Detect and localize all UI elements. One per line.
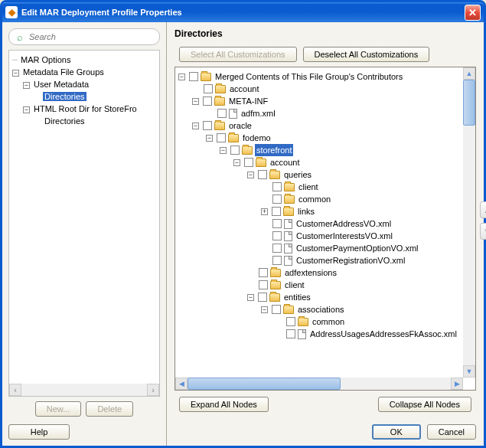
checkbox[interactable] [272, 195, 282, 204]
tree-queries[interactable]: queries [282, 168, 313, 181]
expander-icon[interactable]: − [178, 74, 185, 80]
tree-client[interactable]: client [297, 181, 320, 193]
tree-cust-reg[interactable]: CustomerRegistrationVO.xml [295, 254, 406, 267]
checkbox[interactable] [203, 96, 212, 106]
checkbox[interactable] [259, 268, 268, 277]
scroll-up-icon[interactable]: ▲ [463, 67, 475, 80]
tree-associations[interactable]: associations [296, 303, 346, 316]
scroll-track[interactable] [463, 126, 475, 365]
delete-button[interactable]: Delete [86, 401, 133, 417]
expander-icon[interactable]: − [12, 70, 19, 77]
navigator-tree[interactable]: ┈ MAR Options −Metadata File Groups −Use… [8, 50, 160, 397]
nav-html-root[interactable]: HTML Root Dir for StoreFro [32, 104, 139, 113]
nav-directories-2[interactable]: Directories [43, 116, 86, 126]
close-button[interactable]: ✕ [465, 5, 481, 21]
nav-metadata-file-groups[interactable]: Metadata File Groups [21, 67, 106, 77]
tree-cust-pay[interactable]: CustomerPaymentOptionVO.xml [295, 242, 420, 254]
folder-icon [214, 122, 225, 130]
file-icon [284, 231, 292, 241]
collapse-all-button[interactable]: Collapse All Nodes [378, 397, 471, 412]
tree-cust-int[interactable]: CustomerInterestsVO.xml [295, 230, 394, 242]
horizontal-scrollbar[interactable]: ‹ › [9, 384, 159, 396]
tree-meta-inf[interactable]: META-INF [227, 95, 269, 107]
checkbox[interactable] [272, 305, 281, 314]
new-button[interactable]: New... [35, 401, 82, 417]
checkbox[interactable] [272, 207, 281, 216]
expander-icon[interactable]: − [233, 159, 240, 166]
search-box[interactable]: ⌕ [8, 28, 160, 45]
expand-all-button[interactable]: Expand All Nodes [179, 397, 269, 412]
checkbox[interactable] [286, 329, 295, 338]
checkbox[interactable] [272, 182, 282, 191]
tree-adfm-xml[interactable]: adfm.xml [240, 107, 277, 119]
checkbox[interactable] [272, 244, 282, 253]
tree-common[interactable]: common [297, 193, 332, 205]
tree-oracle[interactable]: oracle [227, 119, 253, 132]
checkbox[interactable] [217, 133, 226, 142]
checkbox[interactable] [217, 109, 227, 118]
scroll-track[interactable] [21, 384, 147, 396]
checkbox[interactable] [189, 72, 198, 81]
checkbox[interactable] [259, 280, 268, 289]
tree-root[interactable]: Merged Contents of This File Group's Con… [214, 70, 404, 83]
expander-icon[interactable]: − [192, 98, 199, 105]
scroll-right-icon[interactable]: ▶ [451, 378, 463, 390]
select-all-customizations-button[interactable]: Select All Customizations [179, 47, 297, 62]
tree-client2[interactable]: client [283, 279, 306, 291]
scroll-left-icon[interactable]: ‹ [9, 384, 21, 396]
checkbox[interactable] [204, 84, 213, 93]
tree-links[interactable]: links [296, 205, 316, 217]
app-icon: ◆ [5, 6, 18, 18]
help-button[interactable]: Help [8, 424, 70, 440]
expander-icon[interactable]: − [247, 294, 254, 301]
scroll-right-icon[interactable]: › [147, 384, 159, 396]
expander-icon[interactable]: − [220, 147, 227, 154]
scroll-left-icon[interactable]: ◀ [175, 378, 188, 390]
scroll-track[interactable] [341, 378, 451, 390]
folder-icon [214, 97, 225, 106]
expander-icon[interactable]: − [23, 106, 30, 113]
cancel-button[interactable]: Cancel [427, 424, 476, 440]
horizontal-scrollbar[interactable]: ◀ ▶ [175, 378, 463, 390]
vertical-scrollbar[interactable]: ▲ ▼ [463, 67, 475, 378]
search-icon: ⌕ [14, 31, 26, 43]
directories-tree[interactable]: −Merged Contents of This File Group's Co… [175, 67, 476, 391]
checkbox[interactable] [286, 317, 295, 326]
nav-directories[interactable]: Directories [43, 92, 86, 101]
folder-icon [269, 293, 280, 302]
tree-account[interactable]: account [228, 83, 261, 95]
expander-icon[interactable]: + [261, 208, 268, 215]
nav-user-metadata[interactable]: User Metadata [32, 80, 90, 89]
tree-account2[interactable]: account [269, 156, 302, 168]
checkbox[interactable] [258, 293, 267, 302]
tree-fodemo[interactable]: fodemo [241, 132, 272, 144]
checkbox[interactable] [272, 231, 282, 240]
expander-icon[interactable]: − [247, 172, 254, 178]
nav-mar-options[interactable]: MAR Options [19, 55, 72, 64]
checkbox[interactable] [272, 219, 282, 228]
folder-icon [284, 195, 295, 204]
checkbox[interactable] [258, 170, 267, 179]
expander-icon[interactable]: − [192, 123, 199, 129]
scroll-thumb[interactable] [188, 378, 341, 390]
tree-common2[interactable]: common [311, 316, 346, 328]
expander-icon[interactable]: − [206, 135, 213, 142]
tree-cust-addr[interactable]: CustomerAddressVO.xml [295, 217, 393, 230]
expander-icon[interactable]: − [261, 306, 268, 313]
checkbox[interactable] [244, 158, 253, 167]
scroll-down-icon[interactable]: ▼ [463, 365, 475, 378]
checkbox[interactable] [203, 121, 212, 130]
tree-entities[interactable]: entities [282, 291, 312, 303]
tree-adfextensions[interactable]: adfextensions [283, 267, 338, 279]
scroll-thumb[interactable] [463, 80, 475, 126]
folder-icon [283, 306, 294, 314]
expander-icon[interactable]: − [23, 82, 30, 89]
checkbox[interactable] [272, 256, 282, 265]
right-panel: Directories Select All Customizations De… [167, 22, 484, 446]
tree-storefront[interactable]: storefront [255, 144, 293, 156]
ok-button[interactable]: OK [372, 424, 421, 440]
deselect-all-customizations-button[interactable]: Deselect All Customizations [303, 47, 430, 62]
search-input[interactable] [29, 32, 155, 41]
checkbox[interactable] [230, 146, 240, 155]
tree-addr-usages[interactable]: AddressUsagesAddressesFkAssoc.xml [308, 328, 458, 340]
